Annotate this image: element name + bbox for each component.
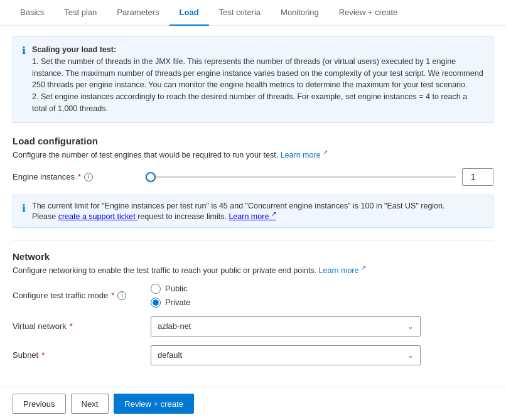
vnet-dropdown-arrow-icon: ⌄ [407, 322, 414, 331]
slider-thumb[interactable] [146, 172, 156, 182]
network-title: Network [13, 251, 493, 262]
scaling-info-box: ℹ Scaling your load test: 1. Set the num… [13, 36, 493, 123]
review-create-button[interactable]: Review + create [114, 394, 194, 414]
radio-private-input[interactable] [151, 298, 161, 308]
load-config-section: Load configuration Configure the number … [13, 136, 493, 186]
info-line1: 1. Set the number of threads in the JMX … [32, 57, 483, 90]
tab-review-create[interactable]: Review + create [329, 0, 408, 26]
next-button[interactable]: Next [71, 394, 109, 414]
create-support-ticket-link[interactable]: create a support ticket [58, 212, 137, 221]
virtual-network-dropdown-wrapper: azlab-net ⌄ [151, 316, 421, 337]
scaling-info-content: Scaling your load test: 1. Set the numbe… [32, 44, 484, 115]
tab-load[interactable]: Load [170, 0, 209, 26]
limit-info-icon: ℹ [22, 202, 26, 221]
engine-instances-slider[interactable] [151, 176, 456, 178]
limit-external-link-icon: ↗ [271, 210, 276, 217]
engine-instances-control: 1 [151, 168, 493, 186]
subnet-row: Subnet * default ⌄ [13, 345, 493, 365]
tab-monitoring[interactable]: Monitoring [271, 0, 329, 26]
engine-instances-info-icon[interactable]: i [84, 173, 93, 181]
virtual-network-dropdown[interactable]: azlab-net ⌄ [151, 316, 421, 337]
subnet-label: Subnet * [13, 350, 151, 360]
traffic-required-marker: * [111, 291, 114, 300]
section-divider [13, 240, 493, 241]
slider-container: 1 [151, 168, 493, 186]
tab-test-criteria[interactable]: Test criteria [209, 0, 271, 26]
engine-instances-label: Engine instances * i [13, 172, 151, 181]
virtual-network-value: azlab-net [158, 321, 191, 331]
tab-basics[interactable]: Basics [10, 0, 54, 26]
network-external-link-icon: ↗ [361, 264, 366, 271]
info-icon: ℹ [22, 45, 26, 115]
traffic-mode-control: Public Private [151, 284, 493, 308]
limit-info-content: The current limit for "Engine instances … [32, 202, 445, 221]
info-title: Scaling your load test: [32, 45, 116, 54]
load-config-learn-more[interactable]: Learn more ↗ [281, 151, 328, 159]
vnet-required-marker: * [70, 321, 73, 331]
limit-info-box: ℹ The current limit for "Engine instance… [13, 195, 493, 228]
network-learn-more[interactable]: Learn more ↗ [319, 266, 366, 275]
radio-public-input[interactable] [151, 284, 161, 294]
subnet-control: default ⌄ [151, 345, 493, 365]
subnet-dropdown-arrow-icon: ⌄ [407, 351, 414, 360]
virtual-network-label: Virtual network * [13, 321, 151, 331]
load-config-title: Load configuration [13, 136, 493, 146]
radio-private[interactable]: Private [151, 298, 493, 308]
radio-private-label: Private [165, 298, 190, 307]
tab-parameters[interactable]: Parameters [107, 0, 169, 26]
nav-tabs: Basics Test plan Parameters Load Test cr… [0, 0, 506, 26]
engine-instances-row: Engine instances * i 1 [13, 168, 493, 186]
limit-learn-more-link[interactable]: Learn more ↗ [229, 212, 276, 221]
subnet-dropdown[interactable]: default ⌄ [151, 345, 421, 365]
required-marker: * [78, 172, 81, 181]
virtual-network-row: Virtual network * azlab-net ⌄ [13, 316, 493, 337]
previous-button[interactable]: Previous [13, 394, 66, 414]
subnet-required-marker: * [41, 350, 45, 360]
bottom-bar: Previous Next Review + create [0, 387, 506, 420]
engine-instances-input[interactable]: 1 [462, 168, 493, 186]
virtual-network-control: azlab-net ⌄ [151, 316, 493, 337]
traffic-mode-label: Configure test traffic mode * i [13, 291, 151, 300]
radio-public-label: Public [165, 284, 187, 293]
network-section: Network Configure networking to enable t… [13, 251, 493, 365]
info-line2: 2. Set engine instances accordingly to r… [32, 92, 467, 113]
traffic-mode-info-icon[interactable]: i [117, 291, 126, 300]
radio-public[interactable]: Public [151, 284, 493, 294]
tab-test-plan[interactable]: Test plan [54, 0, 107, 26]
traffic-mode-row: Configure test traffic mode * i Public P… [13, 284, 493, 308]
subnet-dropdown-wrapper: default ⌄ [151, 345, 421, 365]
traffic-mode-radio-group: Public Private [151, 284, 493, 308]
load-config-desc: Configure the number of test engines tha… [13, 149, 493, 159]
subnet-value: default [158, 350, 182, 360]
network-desc: Configure networking to enable the test … [13, 264, 493, 275]
external-link-icon: ↗ [323, 149, 328, 156]
